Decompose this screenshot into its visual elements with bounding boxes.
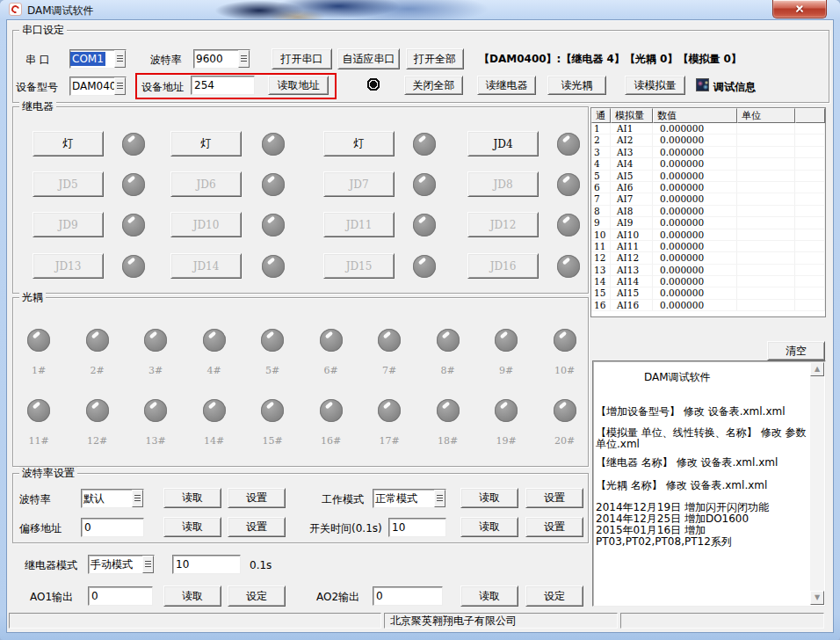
relay-button-3[interactable]: 灯 xyxy=(323,131,395,156)
relay-button-13[interactable]: JD13 xyxy=(33,253,104,279)
relay-mode-label: 继电器模式 xyxy=(25,559,77,571)
relay-button-14[interactable]: JD14 xyxy=(170,253,242,279)
opto-led-label-19: 19# xyxy=(489,435,524,447)
opto-led-15 xyxy=(261,399,284,422)
clear-button[interactable]: 清空 xyxy=(767,341,825,360)
relay-button-4[interactable]: JD4 xyxy=(467,131,539,156)
device-model-dropdown-icon[interactable] xyxy=(114,77,126,95)
relay-button-6[interactable]: JD6 xyxy=(170,171,242,197)
read-analog-button[interactable]: 读模拟量 xyxy=(625,76,685,95)
relay-mode-time-input[interactable] xyxy=(172,555,241,574)
device-model-select[interactable]: DAM0400 xyxy=(69,76,127,96)
titlebar[interactable]: DAM调试软件 xyxy=(0,0,840,19)
relay-button-1[interactable]: 灯 xyxy=(33,131,104,156)
relay-button-10[interactable]: JD10 xyxy=(170,212,242,237)
table-row[interactable]: 3AI30.000000 xyxy=(591,147,825,158)
table-row[interactable]: 9AI90.000000 xyxy=(591,217,825,229)
table-row[interactable]: 15AI150.000000 xyxy=(591,287,825,299)
relay-button-12[interactable]: JD12 xyxy=(467,212,539,237)
baud-rate-select[interactable]: 9600 xyxy=(193,49,250,69)
cell xyxy=(795,193,825,205)
cell xyxy=(795,123,825,135)
ao2-output-input[interactable] xyxy=(373,586,443,606)
table-row[interactable]: 11AI110.000000 xyxy=(591,241,825,252)
relay-mode-select[interactable]: 手动模式 xyxy=(88,555,155,574)
ao2-read-button[interactable]: 读取 xyxy=(460,585,518,607)
baud-setting-dropdown-icon[interactable] xyxy=(132,490,143,507)
read-address-button[interactable]: 读取地址 xyxy=(268,76,329,95)
com-port-select[interactable]: COM1 xyxy=(69,49,127,69)
scroll-down-button[interactable]: ▼ xyxy=(810,591,824,605)
table-row[interactable]: 16AI160.000000 xyxy=(591,300,825,311)
opto-led-18 xyxy=(437,399,460,422)
relay-button-15[interactable]: JD15 xyxy=(323,253,395,279)
offset-set-button[interactable]: 设置 xyxy=(228,517,286,537)
baud-set-button[interactable]: 设置 xyxy=(228,488,286,508)
cell: 0.000000 xyxy=(653,265,737,276)
info-line-4: 【继电器 名称】 修改 设备表.xml.xml xyxy=(596,457,807,469)
table-row[interactable]: 12AI120.000000 xyxy=(591,252,825,264)
ao1-output-input[interactable] xyxy=(88,586,153,606)
info-text: DAM调试软件【增加设备型号】 修改 设备表.xml.xml【模拟量 单位、线性… xyxy=(596,361,807,606)
work-mode-read-button[interactable]: 读取 xyxy=(460,488,518,508)
table-row[interactable]: 14AI140.000000 xyxy=(591,276,825,287)
switch-time-input[interactable] xyxy=(388,518,446,537)
relay-button-7[interactable]: JD7 xyxy=(323,171,395,197)
table-row[interactable]: 13AI130.000000 xyxy=(591,265,825,276)
relay-button-5[interactable]: JD5 xyxy=(33,171,104,197)
baud-read-button[interactable]: 读取 xyxy=(163,488,221,508)
work-mode-dropdown-icon[interactable] xyxy=(434,490,445,507)
table-row[interactable]: 5AI50.000000 xyxy=(591,171,825,182)
close-button[interactable] xyxy=(772,0,827,18)
scroll-up-button[interactable]: ▲ xyxy=(810,362,824,376)
opto-led-3 xyxy=(144,329,167,352)
info-scrollbar[interactable]: ▲ ▼ xyxy=(810,362,824,605)
analog-col-header-3[interactable]: 数值 xyxy=(653,108,737,123)
table-row[interactable]: 7AI70.000000 xyxy=(591,193,825,205)
open-all-button[interactable]: 打开全部 xyxy=(406,48,464,69)
analog-col-header-4[interactable]: 单位 xyxy=(737,108,795,123)
relay-button-9[interactable]: JD9 xyxy=(33,212,104,237)
close-all-button[interactable]: 关闭全部 xyxy=(404,76,463,95)
offset-read-button[interactable]: 读取 xyxy=(163,517,221,537)
table-row[interactable]: 1AI10.000000 xyxy=(591,123,825,135)
relay-button-11[interactable]: JD11 xyxy=(323,212,395,237)
switch-time-set-button[interactable]: 设置 xyxy=(525,517,583,537)
com-port-dropdown-icon[interactable] xyxy=(114,50,126,68)
table-row[interactable]: 6AI60.000000 xyxy=(591,182,825,193)
read-opto-button[interactable]: 读光耦 xyxy=(547,76,606,95)
work-mode-set-button[interactable]: 设置 xyxy=(525,488,583,508)
open-serial-button[interactable]: 打开串口 xyxy=(272,48,332,69)
analog-col-header-5[interactable] xyxy=(795,108,825,123)
opto-led-17 xyxy=(378,399,401,422)
baud-rate-dropdown-icon[interactable] xyxy=(238,50,250,68)
relay-button-16[interactable]: JD16 xyxy=(467,253,539,279)
relay-mode-dropdown-icon[interactable] xyxy=(142,556,154,573)
info-line-3: 【模拟量 单位、线性转换、名称】 修改 参数单位.xml xyxy=(596,427,807,450)
table-row[interactable]: 8AI80.000000 xyxy=(591,206,825,217)
ao1-read-button[interactable]: 读取 xyxy=(163,585,221,607)
cell: 0.000000 xyxy=(653,135,737,146)
table-row[interactable]: 10AI100.000000 xyxy=(591,229,825,241)
device-address-input[interactable] xyxy=(191,76,255,95)
cell: 5 xyxy=(591,171,611,182)
opto-group: 光耦 1#2#3#4#5#6#7#8#9#10#11#12#13#14#15#1… xyxy=(12,297,589,467)
relay-button-2[interactable]: 灯 xyxy=(170,131,242,156)
offset-address-input[interactable] xyxy=(81,518,144,537)
opto-led-label-16: 16# xyxy=(314,435,349,447)
read-relay-button[interactable]: 读继电器 xyxy=(477,76,536,95)
analog-col-header-1[interactable]: 通 xyxy=(591,108,611,123)
ao1-set-button[interactable]: 设定 xyxy=(228,585,286,607)
analog-col-header-2[interactable]: 模拟量 xyxy=(611,108,653,123)
adaptive-serial-button[interactable]: 自适应串口 xyxy=(337,48,400,69)
table-row[interactable]: 2AI20.000000 xyxy=(591,135,825,146)
baud-setting-select[interactable]: 默认 xyxy=(81,489,144,508)
switch-time-read-button[interactable]: 读取 xyxy=(460,517,518,537)
work-mode-select[interactable]: 正常模式 xyxy=(373,489,446,508)
cell: 0.000000 xyxy=(653,276,737,287)
relay-button-8[interactable]: JD8 xyxy=(467,171,539,197)
ao2-set-button[interactable]: 设定 xyxy=(525,585,583,607)
table-row[interactable]: 4AI40.000000 xyxy=(591,158,825,170)
debug-info-label: 调试信息 xyxy=(713,81,756,93)
cell xyxy=(795,265,825,276)
